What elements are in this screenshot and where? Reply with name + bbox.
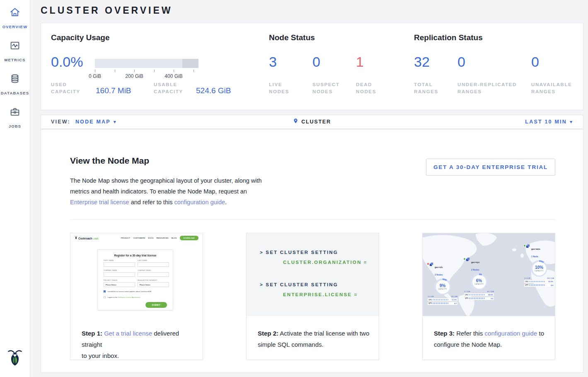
cluster-overview-page: OVERVIEW METRICS DATABASES JOBS [0,0,588,377]
capacity-usage-title: Capacity Usage [51,33,110,42]
used-capacity-value: 160.7 MiB [96,86,131,95]
step3-card: geo=sfo2 Nodes 9%CAPACITY 3.2 GiB351 GiB… [422,233,555,360]
node-map-heading: View the Node Map [70,156,149,166]
suspect-nodes-label: SUSPECT NODES [312,81,346,95]
chevron-down-icon: ▾ [570,119,572,125]
node-map-preview: geo=sfo2 Nodes 9%CAPACITY 3.2 GiB351 GiB… [423,233,555,316]
capacity-axis-tick: 200 GiB [125,73,143,79]
jobs-icon [0,106,30,119]
capacity-gauge: 10%CAPACITY [531,260,547,277]
capacity-bar [95,59,198,68]
live-nodes-label: LIVE NODES [269,81,298,95]
sql-commands-block: > SET CLUSTER SETTING CLUSTER.ORGANIZATI… [247,233,379,316]
dead-nodes-label: DEAD NODES [356,81,385,95]
trial-license-screenshot: CockroachLABS PRODUCT CUSTOMERS DOCS RES… [70,233,203,316]
total-ranges-count: 32 [414,54,430,70]
configuration-guide-link[interactable]: configuration guide [485,330,537,337]
capacity-bar-nonusable-segment [182,59,198,68]
step3-caption: Step 3: Refer this configuration guide t… [434,328,546,350]
get-trial-license-link[interactable]: Get a trial license [104,330,152,337]
enterprise-trial-license-link[interactable]: Enterprise trial license [70,199,129,205]
step2-card: > SET CLUSTER SETTING CLUSTER.ORGANIZATI… [246,233,379,360]
under-replicated-ranges-label: UNDER-REPLICATED RANGES [457,81,524,95]
sidebar-item-label: OVERVIEW [2,24,28,29]
sidebar-item-jobs[interactable]: JOBS [0,106,30,129]
node-map-panel: View the Node Map The Node Map shows the… [41,129,583,373]
capacity-axis-tick: 400 GiB [165,73,182,79]
capacity-gauge: 9%CAPACITY [434,278,451,295]
node-status-title: Node Status [269,33,315,42]
mini-nav-item: BLOG [172,237,177,239]
breadcrumb-cluster-label: CLUSTER [301,119,331,125]
enterprise-trial-button[interactable]: GET A 30-DAY ENTERPRISE TRIAL [426,159,555,176]
sidebar-item-label: JOBS [9,124,22,128]
total-ranges-label: TOTAL RANGES [414,81,443,95]
summary-panel: Capacity Usage 0.0% 0 GiB 200 GiB 400 Gi… [41,23,583,110]
mini-download-button: DOWNLOAD [180,236,198,240]
dead-nodes-count: 1 [356,54,364,70]
map-region-sfo: geo=sfo2 Nodes 9%CAPACITY 3.2 GiB351 GiB… [427,262,458,305]
sidebar-item-databases[interactable]: DATABASES [0,73,30,96]
divider [70,219,555,220]
cockroachdb-logo [0,349,30,368]
page-title: CLUSTER OVERVIEW [41,5,173,16]
under-replicated-ranges-count: 0 [457,54,465,70]
mini-registration-form: Register for a 30-day trial license FIRS… [97,249,173,310]
node-cube-icon [526,244,530,248]
sidebar-item-label: METRICS [4,58,25,62]
used-capacity-label: USED CAPACITY [51,81,82,95]
breadcrumb: CLUSTER [41,115,583,128]
step1-card: CockroachLABS PRODUCT CUSTOMERS DOCS RES… [70,233,203,360]
unavailable-ranges-count: 0 [531,54,539,70]
mini-checkbox-checked: ✓ [104,290,106,292]
usable-capacity-value: 524.6 GiB [196,86,231,95]
step1-caption: Step 1: Get a trial license delivered st… [82,328,194,361]
replication-status-title: Replication Status [414,33,483,42]
sidebar-item-label: DATABASES [1,91,29,95]
mini-nav-item: DOCS [148,237,154,239]
location-pin-icon [293,118,298,126]
mini-nav-item: PRODUCT [121,237,131,239]
mini-checkbox-unchecked [104,296,106,298]
mini-nav-item: RESOURCES [157,237,169,239]
mini-submit-button: SUBMIT [145,302,167,308]
node-cube-icon [466,257,470,261]
sidebar-item-metrics[interactable]: METRICS [0,40,30,63]
sidebar-item-overview[interactable]: OVERVIEW [0,7,30,30]
mini-cockroach-logo: CockroachLABS [75,236,99,240]
sidebar: OVERVIEW METRICS DATABASES JOBS [0,0,30,377]
map-region-ams: geo=ams1 Node 10%CAPACITY 3.6 GiB36.6 Gi… [523,244,555,287]
capacity-gauge: 6%CAPACITY [471,273,487,290]
step2-caption: Step 2: Activate the trial license with … [258,328,370,350]
metrics-icon [0,40,30,53]
mini-nav-item: CUSTOMERS [133,237,145,239]
node-map-description: The Node Map shows the geographical layo… [70,175,262,208]
view-bar: VIEW: NODE MAP▾ CLUSTER LAST 10 MIN▾ [41,115,583,129]
home-icon [0,7,30,20]
capacity-axis-tick: 0 GiB [89,73,101,79]
capacity-used-percent: 0.0% [51,54,83,70]
usable-capacity-label: USABLE CAPACITY [154,81,187,95]
node-cube-icon [429,262,434,266]
unavailable-ranges-label: UNAVAILABLE RANGES [531,81,577,95]
suspect-nodes-count: 0 [312,54,320,70]
map-region-nyc: geo=nyc2 Nodes 6%CAPACITY 3.7 GiB43.7 Gi… [463,257,495,300]
databases-icon [0,73,30,86]
time-range-dropdown[interactable]: LAST 10 MIN▾ [525,115,572,128]
configuration-guide-link[interactable]: configuration guide [174,199,225,205]
live-nodes-count: 3 [269,54,277,70]
